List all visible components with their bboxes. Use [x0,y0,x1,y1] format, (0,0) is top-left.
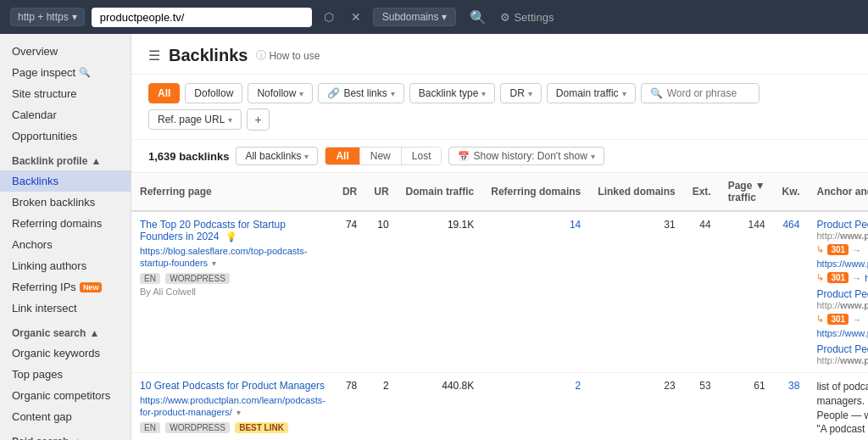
sidebar-item-organic-keywords[interactable]: Organic keywords [0,343,131,364]
word-phrase-search: 🔍 [641,83,760,103]
backlinks-table-container: Referring page DR UR Domain traffic Refe… [131,173,868,440]
sidebar-link-intersect-label: Link intersect [12,302,77,315]
arrow-icon-1c: → [852,315,861,325]
settings-button[interactable]: ⚙ Settings [500,11,554,24]
add-filter-button[interactable]: + [247,109,269,131]
col-page-traffic[interactable]: Page ▼traffic [720,173,774,211]
filter-backlink-type-button[interactable]: Backlink type ▾ [409,83,496,103]
filter-dofollow-button[interactable]: Dofollow [185,83,242,103]
hamburger-icon[interactable]: ☰ [148,47,160,64]
sidebar-item-backlinks[interactable]: Backlinks [0,170,131,192]
col-referring-domains[interactable]: Referring domains [482,173,589,211]
sidebar-item-site-structure[interactable]: Site structure [0,83,131,104]
page-traffic-cell-2: 61 [720,373,774,441]
tab-new[interactable]: New [360,148,402,164]
sidebar-item-calendar[interactable]: Calendar [0,104,131,125]
redirect-url-1c[interactable]: https://www.productpeople.tv/ [816,328,868,338]
tab-lost[interactable]: Lost [402,148,442,164]
sidebar-linking-authors-label: Linking authors [12,259,86,272]
info-icon: ⓘ [256,48,266,63]
table-row: 10 Great Podcasts for Product Managers h… [131,373,868,441]
app-layout: Overview Page inspect 🔍 Site structure C… [0,34,868,440]
link-icon: 🔗 [327,87,340,99]
sidebar-item-referring-ips[interactable]: Referring IPs New [0,276,131,298]
sidebar-backlinks-label: Backlinks [12,175,58,187]
domain-traffic-cell-1: 19.1K [398,211,483,373]
settings-gear-icon: ⚙ [500,11,510,24]
filter-ref-page-url-button[interactable]: Ref. page URL ▾ [148,109,242,130]
paid-search-header-label: Paid search [12,436,69,440]
ref-domains-link-2[interactable]: 2 [576,380,581,392]
anchor-link-1c[interactable]: Product People [816,288,868,300]
sidebar-item-linking-authors[interactable]: Linking authors [0,255,131,276]
close-icon[interactable]: ✕ [346,7,366,27]
all-backlinks-label: All backlinks [245,150,301,162]
referring-page-url-2[interactable]: https://www.productplan.com/learn/podcas… [140,395,326,417]
settings-label: Settings [514,11,554,24]
sidebar-page-inspect-label: Page inspect [12,66,75,79]
filter-dr-button[interactable]: DR ▾ [500,83,541,103]
open-external-icon[interactable]: ⬡ [319,7,339,27]
protocol-selector[interactable]: http + https ▾ [10,8,85,26]
ref-domains-cell-2: 2 [482,373,589,441]
lang-tag-1: EN [140,273,160,284]
search-icon: 🔍 [650,87,663,99]
kw-link-1[interactable]: 464 [782,219,799,231]
anchor-link-1a[interactable]: Product People [816,219,868,231]
col-ext[interactable]: Ext. [684,173,720,211]
ref-domains-link-1[interactable]: 14 [570,219,581,231]
author-label-1: By Ali Colwell [140,287,326,297]
referring-page-url-1[interactable]: https://blog.salesflare.com/top-podcasts… [140,246,307,268]
section-header-paid-search: Paid search ▲ [0,427,131,440]
col-referring-page: Referring page [131,173,334,211]
sidebar-item-link-intersect[interactable]: Link intersect [0,298,131,319]
col-dr[interactable]: DR [334,173,365,211]
sidebar-item-content-gap[interactable]: Content gap [0,406,131,427]
how-to-use-link[interactable]: ⓘ How to use [256,48,320,63]
anchor-body-text-2: list of podcasts for product managers. I… [816,380,868,437]
page-quality-icon-1: 💡 [225,231,237,242]
sidebar-item-organic-competitors[interactable]: Organic competitors [0,385,131,406]
linked-domains-cell-2: 23 [589,373,683,441]
filter-best-links-button[interactable]: 🔗 Best links ▾ [318,83,403,103]
section-header-organic-search: Organic search ▲ [0,319,131,343]
col-kw[interactable]: Kw. [774,173,809,211]
history-button[interactable]: 📅 Show history: Don't show ▾ [448,147,604,165]
sidebar-top-pages-label: Top pages [12,368,63,381]
col-linked-domains[interactable]: Linked domains [589,173,683,211]
filter-all-button[interactable]: All [148,83,180,103]
col-ur[interactable]: UR [365,173,397,211]
sidebar-opportunities-label: Opportunities [12,130,77,142]
search-icon[interactable]: 🔍 [463,6,493,29]
anchor-url-1d: http://www.productpeople.tv/ ▾ [816,355,868,365]
sidebar-item-broken-backlinks[interactable]: Broken backlinks [0,192,131,213]
referring-page-link-2[interactable]: 10 Great Podcasts for Product Managers [140,380,325,392]
col-domain-traffic[interactable]: Domain traffic [398,173,483,211]
sidebar-item-anchors[interactable]: Anchors [0,234,131,255]
redirect-badge-1b: 301 [827,272,849,283]
sidebar-item-overview[interactable]: Overview [0,41,131,62]
ext-cell-1: 44 [684,211,720,373]
cms-tag-2: WORDPRESS [165,422,230,433]
col-anchor-target: Anchor and target URL [808,173,868,211]
sidebar-item-opportunities[interactable]: Opportunities [0,125,131,147]
subdomains-selector[interactable]: Subdomains ▾ [373,8,457,26]
redirect-url-1a[interactable]: https://www.productpeople.tv/ [816,259,868,269]
redirect-url-1b[interactable]: https://productpeople.tv/ [865,273,868,283]
url-input[interactable] [92,8,312,27]
all-backlinks-dropdown[interactable]: All backlinks ▾ [236,147,318,165]
kw-link-2[interactable]: 38 [788,380,799,392]
referring-page-link-1[interactable]: The Top 20 Podcasts for Startup Founders… [140,219,286,242]
sidebar-item-page-inspect[interactable]: Page inspect 🔍 [0,62,131,83]
sidebar-item-top-pages[interactable]: Top pages [0,364,131,385]
tab-all[interactable]: All [326,148,359,164]
word-phrase-input[interactable] [667,87,750,99]
domain-traffic-label: Domain traffic [556,87,619,99]
filter-domain-traffic-button[interactable]: Domain traffic ▾ [547,83,636,103]
lang-tag-2: EN [140,422,160,433]
anchor-link-1d[interactable]: Product People [816,343,868,355]
sidebar-broken-backlinks-label: Broken backlinks [12,196,95,209]
sidebar-item-referring-domains[interactable]: Referring domains [0,213,131,234]
new-badge: New [80,282,103,292]
filter-nofollow-button[interactable]: Nofollow ▾ [248,83,313,103]
